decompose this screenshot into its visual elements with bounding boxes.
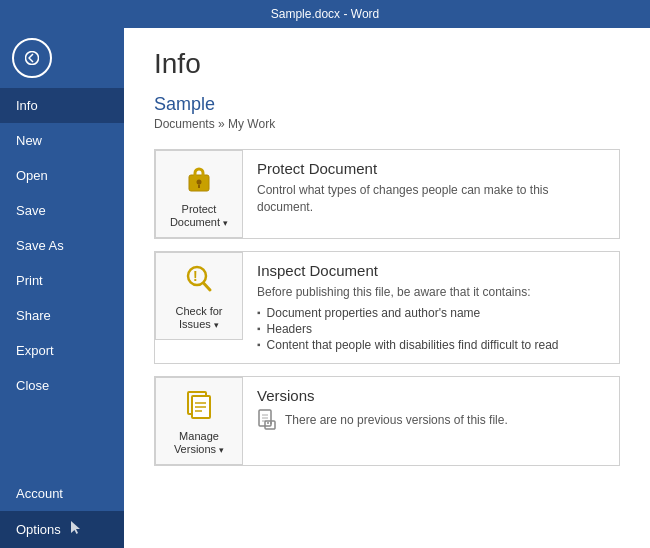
protect-icon-label: ProtectDocument ▾ <box>170 203 228 229</box>
protect-document-card: ProtectDocument ▾ Protect Document Contr… <box>154 149 620 239</box>
svg-marker-1 <box>71 521 80 534</box>
sidebar-item-open[interactable]: Open <box>0 158 124 193</box>
protect-title: Protect Document <box>257 160 605 177</box>
sidebar-item-save[interactable]: Save <box>0 193 124 228</box>
sidebar-item-print[interactable]: Print <box>0 263 124 298</box>
content-area: Info Sample Documents » My Work ProtectD… <box>124 28 650 548</box>
inspect-document-card: ! Check forIssues ▾ Inspect Document Bef… <box>154 251 620 364</box>
versions-icon-label: ManageVersions ▾ <box>174 430 224 456</box>
sidebar-item-new[interactable]: New <box>0 123 124 158</box>
protect-card-content: Protect Document Control what types of c… <box>243 150 619 230</box>
inspect-list-item-1: Document properties and author's name <box>257 305 605 321</box>
sidebar-item-close[interactable]: Close <box>0 368 124 403</box>
svg-point-0 <box>26 52 39 65</box>
versions-icon <box>183 386 215 426</box>
versions-row: There are no previous versions of this f… <box>257 409 605 436</box>
back-button[interactable] <box>12 38 52 78</box>
sidebar-item-export[interactable]: Export <box>0 333 124 368</box>
sidebar-item-account[interactable]: Account <box>0 476 124 511</box>
check-issues-button[interactable]: ! Check forIssues ▾ <box>155 252 243 340</box>
protect-document-button[interactable]: ProtectDocument ▾ <box>155 150 243 238</box>
breadcrumb: Documents » My Work <box>154 117 620 131</box>
svg-text:!: ! <box>193 268 198 284</box>
inspect-card-content: Inspect Document Before publishing this … <box>243 252 619 363</box>
lock-icon <box>183 159 215 199</box>
title-bar: Sample.docx - Word <box>0 0 650 28</box>
protect-desc: Control what types of changes people can… <box>257 182 605 216</box>
sidebar-item-options[interactable]: Options <box>0 511 124 548</box>
versions-title: Versions <box>257 387 605 404</box>
manage-versions-button[interactable]: ManageVersions ▾ <box>155 377 243 465</box>
title-text: Sample.docx - Word <box>271 7 380 21</box>
versions-no-versions-text: There are no previous versions of this f… <box>285 412 508 429</box>
cursor-icon <box>71 521 81 538</box>
sidebar: Info New Open Save Save As Print Share E… <box>0 28 124 548</box>
svg-point-4 <box>197 179 202 184</box>
versions-card: ManageVersions ▾ Versions <box>154 376 620 466</box>
svg-line-7 <box>204 283 211 290</box>
svg-rect-19 <box>265 421 275 429</box>
inspect-list-item-3: Content that people with disabilities fi… <box>257 337 605 353</box>
inspect-title: Inspect Document <box>257 262 605 279</box>
sidebar-item-share[interactable]: Share <box>0 298 124 333</box>
versions-doc-icon <box>257 409 277 436</box>
versions-card-content: Versions There are no previous versions … <box>243 377 619 446</box>
sidebar-item-info[interactable]: Info <box>0 88 124 123</box>
inspect-desc: Before publishing this file, be aware th… <box>257 284 605 301</box>
inspect-icon: ! <box>183 261 215 301</box>
svg-rect-3 <box>195 169 203 179</box>
sidebar-item-saveas[interactable]: Save As <box>0 228 124 263</box>
inspect-list: Document properties and author's name He… <box>257 305 605 353</box>
page-title: Info <box>154 48 620 80</box>
document-name: Sample <box>154 94 620 115</box>
inspect-list-item-2: Headers <box>257 321 605 337</box>
inspect-icon-label: Check forIssues ▾ <box>175 305 222 331</box>
